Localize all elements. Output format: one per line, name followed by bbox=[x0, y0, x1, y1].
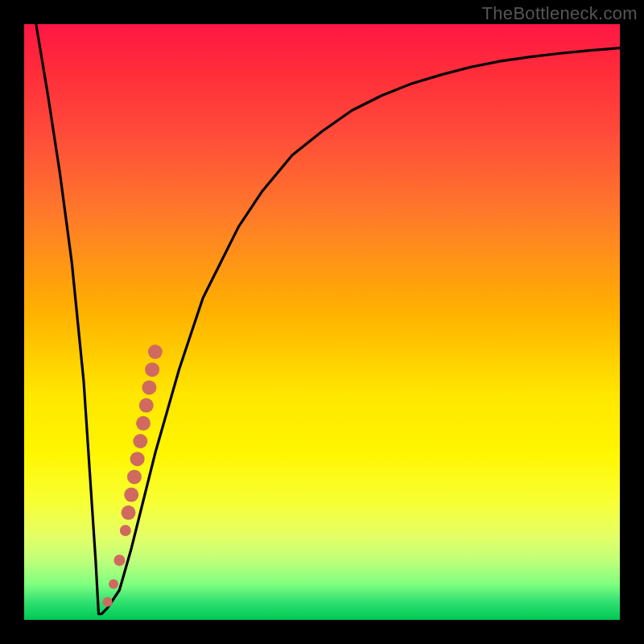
marker-point bbox=[145, 362, 159, 377]
marker-point bbox=[124, 488, 138, 502]
marker-point bbox=[120, 525, 131, 536]
marker-point bbox=[109, 580, 118, 589]
watermark-text: TheBottleneck.com bbox=[482, 3, 638, 24]
marker-point bbox=[103, 597, 113, 607]
marker-point bbox=[148, 345, 163, 359]
marker-point bbox=[133, 434, 147, 448]
marker-point bbox=[142, 380, 156, 394]
bottleneck-chart bbox=[24, 24, 620, 620]
marker-group bbox=[103, 345, 163, 607]
marker-point bbox=[114, 555, 125, 566]
plot-area bbox=[24, 24, 620, 620]
marker-point bbox=[139, 398, 154, 413]
marker-point bbox=[122, 506, 136, 520]
marker-point bbox=[130, 452, 145, 466]
chart-frame: TheBottleneck.com bbox=[0, 0, 644, 644]
marker-point bbox=[127, 469, 142, 484]
marker-point bbox=[136, 416, 151, 431]
